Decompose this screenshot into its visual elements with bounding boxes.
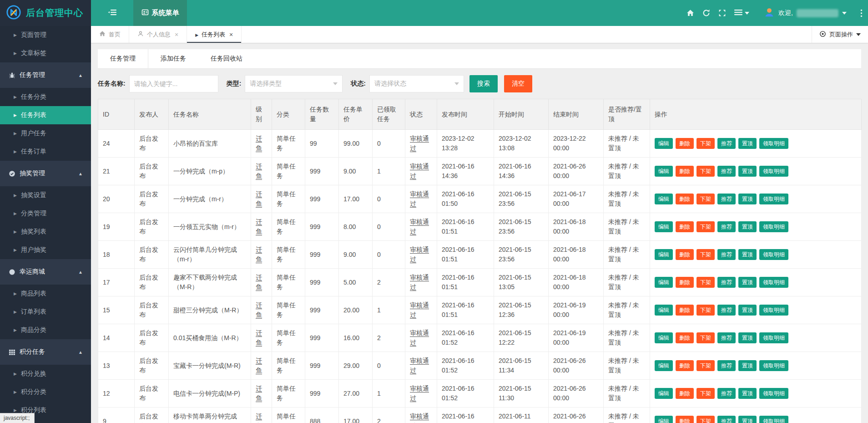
action-button[interactable]: 删除 bbox=[676, 249, 694, 260]
action-button[interactable]: 领取明细 bbox=[759, 166, 788, 177]
cell-status[interactable]: 审核通过 bbox=[405, 269, 437, 296]
action-button[interactable]: 下架 bbox=[696, 138, 715, 149]
action-button[interactable]: 下架 bbox=[696, 221, 715, 232]
action-button[interactable]: 编辑 bbox=[655, 305, 673, 316]
cell-status[interactable]: 审核通过 bbox=[405, 158, 437, 185]
cell-status[interactable]: 审核通过 bbox=[405, 352, 437, 380]
cell-status[interactable]: 审核通过 bbox=[405, 324, 437, 352]
cell-level[interactable]: 迁鱼 bbox=[251, 296, 272, 324]
sidebar-group-header[interactable]: 抽奖管理▲ bbox=[0, 161, 91, 186]
action-button[interactable]: 置顶 bbox=[738, 221, 757, 232]
content-tab[interactable]: 添加任务 bbox=[148, 49, 198, 68]
refresh-icon[interactable] bbox=[702, 9, 710, 17]
clear-button[interactable]: 清空 bbox=[504, 75, 532, 92]
sidebar-item[interactable]: ▶任务分类 bbox=[0, 88, 91, 106]
cell-level[interactable]: 迁鱼 bbox=[251, 213, 272, 241]
action-button[interactable]: 领取明细 bbox=[759, 249, 788, 260]
home-icon[interactable] bbox=[686, 9, 694, 17]
action-button[interactable]: 下架 bbox=[696, 277, 715, 288]
action-button[interactable]: 编辑 bbox=[655, 194, 673, 204]
action-button[interactable]: 删除 bbox=[676, 221, 694, 232]
action-button[interactable]: 置顶 bbox=[738, 138, 757, 149]
action-button[interactable]: 置顶 bbox=[738, 360, 757, 371]
sidebar-collapse-button[interactable] bbox=[91, 0, 133, 26]
action-button[interactable]: 领取明细 bbox=[759, 221, 788, 232]
action-button[interactable]: 推荐 bbox=[717, 221, 736, 232]
action-button[interactable]: 编辑 bbox=[655, 221, 673, 232]
cell-level[interactable]: 迁鱼 bbox=[251, 158, 272, 185]
action-button[interactable]: 推荐 bbox=[717, 360, 736, 371]
status-select[interactable]: 请选择状态 bbox=[369, 75, 464, 92]
cell-level[interactable]: 迁鱼 bbox=[251, 408, 272, 423]
page-operations-dropdown[interactable]: 页面操作 bbox=[812, 26, 868, 43]
cell-level[interactable]: 迁鱼 bbox=[251, 185, 272, 213]
cell-status[interactable]: 审核通过 bbox=[405, 213, 437, 241]
close-icon[interactable]: × bbox=[229, 31, 233, 38]
sidebar-group-header[interactable]: 幸运商城▲ bbox=[0, 259, 91, 285]
action-button[interactable]: 置顶 bbox=[738, 166, 757, 177]
sidebar-item[interactable]: ▶商品分类 bbox=[0, 321, 91, 339]
action-button[interactable]: 领取明细 bbox=[759, 360, 788, 371]
action-button[interactable]: 置顶 bbox=[738, 277, 757, 288]
sidebar-item[interactable]: ▶文章标签 bbox=[0, 44, 91, 62]
action-button[interactable]: 推荐 bbox=[717, 305, 736, 316]
sidebar-item[interactable]: ▶页面管理 bbox=[0, 26, 91, 44]
action-button[interactable]: 编辑 bbox=[655, 332, 673, 343]
action-button[interactable]: 置顶 bbox=[738, 416, 757, 423]
action-button[interactable]: 删除 bbox=[676, 305, 694, 316]
cell-level[interactable]: 迁鱼 bbox=[251, 130, 272, 158]
action-button[interactable]: 领取明细 bbox=[759, 388, 788, 399]
sidebar-item[interactable]: ▶分类管理 bbox=[0, 204, 91, 223]
action-button[interactable]: 删除 bbox=[676, 138, 694, 149]
action-button[interactable]: 编辑 bbox=[655, 416, 673, 423]
action-button[interactable]: 领取明细 bbox=[759, 416, 788, 423]
action-button[interactable]: 编辑 bbox=[655, 138, 673, 149]
task-name-input[interactable] bbox=[129, 75, 218, 92]
search-button[interactable]: 搜索 bbox=[469, 75, 498, 92]
topbar-tab-system-menu[interactable]: 系统菜单 bbox=[133, 0, 187, 26]
action-button[interactable]: 下架 bbox=[696, 249, 715, 260]
action-button[interactable]: 推荐 bbox=[717, 249, 736, 260]
action-button[interactable]: 删除 bbox=[676, 166, 694, 177]
sidebar-item[interactable]: ▶抽奖列表 bbox=[0, 223, 91, 241]
action-button[interactable]: 下架 bbox=[696, 388, 715, 399]
action-button[interactable]: 删除 bbox=[676, 416, 694, 423]
action-button[interactable]: 领取明细 bbox=[759, 194, 788, 204]
action-button[interactable]: 下架 bbox=[696, 332, 715, 343]
action-button[interactable]: 删除 bbox=[676, 277, 694, 288]
action-button[interactable]: 领取明细 bbox=[759, 277, 788, 288]
action-button[interactable]: 领取明细 bbox=[759, 305, 788, 316]
action-button[interactable]: 推荐 bbox=[717, 277, 736, 288]
action-button[interactable]: 领取明细 bbox=[759, 332, 788, 343]
action-button[interactable]: 下架 bbox=[696, 305, 715, 316]
sidebar-item[interactable]: ▶用户任务 bbox=[0, 124, 91, 143]
action-button[interactable]: 推荐 bbox=[717, 388, 736, 399]
cell-status[interactable]: 审核通过 bbox=[405, 241, 437, 269]
cell-level[interactable]: 迁鱼 bbox=[251, 269, 272, 296]
action-button[interactable]: 下架 bbox=[696, 194, 715, 204]
sidebar-item[interactable]: ▶商品列表 bbox=[0, 285, 91, 303]
sidebar-item[interactable]: ▶积分分类 bbox=[0, 383, 91, 401]
sidebar-item[interactable]: ▶用户抽奖 bbox=[0, 241, 91, 259]
sidebar-group-header[interactable]: 积分任务▲ bbox=[0, 339, 91, 365]
close-icon[interactable]: × bbox=[175, 31, 178, 38]
action-button[interactable]: 置顶 bbox=[738, 332, 757, 343]
sidebar-item-active[interactable]: ▶任务列表 bbox=[0, 106, 91, 124]
breadcrumb-tab[interactable]: ▶任务列表× bbox=[187, 26, 242, 43]
action-button[interactable]: 置顶 bbox=[738, 388, 757, 399]
action-button[interactable]: 推荐 bbox=[717, 138, 736, 149]
sidebar-item[interactable]: ▶抽奖设置 bbox=[0, 186, 91, 204]
action-button[interactable]: 删除 bbox=[676, 194, 694, 204]
type-select[interactable]: 请选择类型 bbox=[245, 75, 343, 92]
cell-status[interactable]: 审核通过 bbox=[405, 380, 437, 408]
more-options-icon[interactable] bbox=[858, 9, 865, 17]
action-button[interactable]: 删除 bbox=[676, 388, 694, 399]
action-button[interactable]: 推荐 bbox=[717, 416, 736, 423]
action-button[interactable]: 下架 bbox=[696, 166, 715, 177]
action-button[interactable]: 编辑 bbox=[655, 249, 673, 260]
action-button[interactable]: 推荐 bbox=[717, 194, 736, 204]
action-button[interactable]: 编辑 bbox=[655, 166, 673, 177]
topbar-menu-dropdown[interactable] bbox=[734, 9, 749, 17]
action-button[interactable]: 置顶 bbox=[738, 194, 757, 204]
action-button[interactable]: 编辑 bbox=[655, 360, 673, 371]
